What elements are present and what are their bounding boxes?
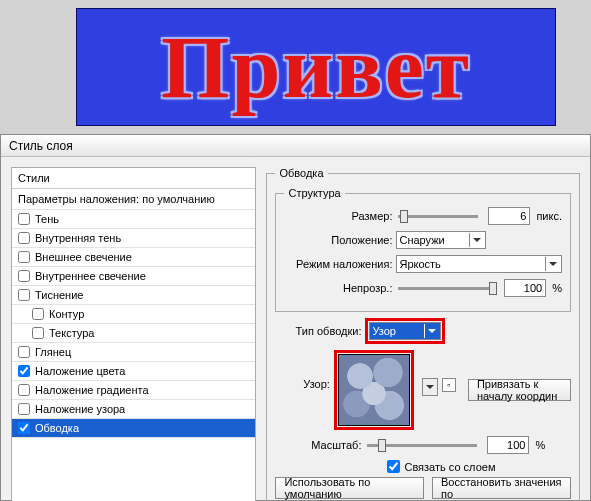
style-item-checkbox[interactable] bbox=[18, 403, 30, 415]
style-item-checkbox[interactable] bbox=[18, 213, 30, 225]
style-item-checkbox[interactable] bbox=[18, 422, 30, 434]
scale-slider[interactable] bbox=[367, 444, 477, 447]
layer-style-dialog: Стиль слоя Стили Параметры наложения: по… bbox=[0, 134, 591, 501]
style-item-0[interactable]: Тень bbox=[12, 210, 255, 229]
style-item-label: Наложение цвета bbox=[35, 365, 125, 377]
make-default-button[interactable]: Использовать по умолчанию bbox=[275, 477, 424, 499]
style-item-label: Внутренняя тень bbox=[35, 232, 121, 244]
dialog-title: Стиль слоя bbox=[1, 135, 590, 157]
style-item-label: Текстура bbox=[49, 327, 94, 339]
style-item-checkbox[interactable] bbox=[18, 384, 30, 396]
blend-defaults-row[interactable]: Параметры наложения: по умолчанию bbox=[12, 189, 255, 210]
size-input[interactable] bbox=[488, 207, 530, 225]
preview-banner: Привет bbox=[76, 8, 556, 126]
style-item-5[interactable]: Контур bbox=[12, 305, 255, 324]
scale-input[interactable] bbox=[487, 436, 529, 454]
size-slider[interactable] bbox=[398, 215, 478, 218]
style-item-label: Внутреннее свечение bbox=[35, 270, 146, 282]
snap-to-origin-button[interactable]: Привязать к началу координ bbox=[468, 379, 571, 401]
style-item-7[interactable]: Глянец bbox=[12, 343, 255, 362]
filltype-combo[interactable]: Узор bbox=[369, 322, 441, 340]
style-item-checkbox[interactable] bbox=[18, 289, 30, 301]
filltype-highlight: Узор bbox=[365, 318, 445, 344]
style-item-label: Внешнее свечение bbox=[35, 251, 132, 263]
style-item-3[interactable]: Внутреннее свечение bbox=[12, 267, 255, 286]
scale-unit: % bbox=[535, 439, 545, 451]
style-item-label: Обводка bbox=[35, 422, 79, 434]
structure-legend: Структура bbox=[284, 187, 344, 199]
style-item-checkbox[interactable] bbox=[18, 232, 30, 244]
style-item-4[interactable]: Тиснение bbox=[12, 286, 255, 305]
style-item-8[interactable]: Наложение цвета bbox=[12, 362, 255, 381]
style-item-checkbox[interactable] bbox=[32, 308, 44, 320]
opacity-label: Непрозр.: bbox=[284, 282, 392, 294]
scale-label: Масштаб: bbox=[275, 439, 361, 451]
pattern-thumbnail[interactable] bbox=[338, 354, 410, 426]
link-layer-label: Связать со слоем bbox=[404, 461, 495, 473]
style-item-label: Контур bbox=[49, 308, 84, 320]
styles-header: Стили bbox=[12, 168, 255, 189]
preview-text: Привет bbox=[161, 17, 471, 118]
style-item-label: Наложение градиента bbox=[35, 384, 149, 396]
style-item-11[interactable]: Обводка bbox=[12, 419, 255, 438]
style-item-label: Тиснение bbox=[35, 289, 83, 301]
style-item-checkbox[interactable] bbox=[18, 365, 30, 377]
pattern-highlight bbox=[334, 350, 414, 430]
opacity-unit: % bbox=[552, 282, 562, 294]
style-item-9[interactable]: Наложение градиента bbox=[12, 381, 255, 400]
stroke-fieldset: Обводка Структура Размер: пикс. Положени… bbox=[266, 167, 580, 501]
style-item-label: Тень bbox=[35, 213, 59, 225]
stroke-settings: Обводка Структура Размер: пикс. Положени… bbox=[266, 167, 580, 501]
style-item-checkbox[interactable] bbox=[32, 327, 44, 339]
blendmode-combo[interactable]: Яркость bbox=[396, 255, 562, 273]
new-preset-icon[interactable]: ▫ bbox=[442, 378, 456, 392]
link-layer-checkbox[interactable] bbox=[387, 460, 400, 473]
size-label: Размер: bbox=[284, 210, 392, 222]
style-item-checkbox[interactable] bbox=[18, 251, 30, 263]
style-item-checkbox[interactable] bbox=[18, 270, 30, 282]
structure-fieldset: Структура Размер: пикс. Положение: Снару… bbox=[275, 187, 571, 312]
styles-panel: Стили Параметры наложения: по умолчанию … bbox=[11, 167, 256, 501]
blendmode-label: Режим наложения: bbox=[284, 258, 392, 270]
style-item-2[interactable]: Внешнее свечение bbox=[12, 248, 255, 267]
opacity-input[interactable] bbox=[504, 279, 546, 297]
style-item-10[interactable]: Наложение узора bbox=[12, 400, 255, 419]
position-label: Положение: bbox=[284, 234, 392, 246]
opacity-slider[interactable] bbox=[398, 287, 494, 290]
reset-default-button[interactable]: Восстановить значения по bbox=[432, 477, 571, 499]
chevron-down-icon bbox=[545, 257, 559, 271]
size-unit: пикс. bbox=[536, 210, 562, 222]
style-item-label: Глянец bbox=[35, 346, 71, 358]
chevron-down-icon bbox=[469, 233, 483, 247]
pattern-dropdown-button[interactable] bbox=[422, 378, 438, 396]
filltype-label: Тип обводки: bbox=[275, 325, 361, 337]
style-item-1[interactable]: Внутренняя тень bbox=[12, 229, 255, 248]
chevron-down-icon bbox=[424, 324, 438, 338]
stroke-legend: Обводка bbox=[275, 167, 327, 179]
style-item-checkbox[interactable] bbox=[18, 346, 30, 358]
style-item-label: Наложение узора bbox=[35, 403, 125, 415]
pattern-label: Узор: bbox=[275, 378, 329, 390]
style-item-6[interactable]: Текстура bbox=[12, 324, 255, 343]
position-combo[interactable]: Снаружи bbox=[396, 231, 486, 249]
